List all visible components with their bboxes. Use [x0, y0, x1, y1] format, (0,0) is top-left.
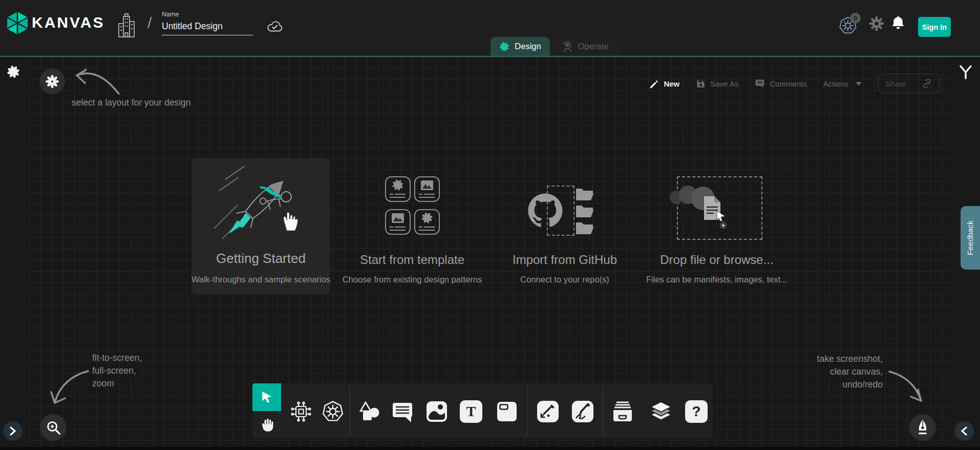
zoom-button[interactable] — [40, 414, 67, 441]
meshery-spiral-icon[interactable] — [7, 65, 20, 78]
bottom-edge — [0, 447, 980, 450]
chevron-right-icon — [9, 426, 17, 436]
screenshot-pen-button[interactable] — [909, 414, 936, 441]
note-tool-button[interactable] — [496, 400, 518, 423]
layout-hint-text: select a layout for your design — [72, 96, 191, 109]
design-actions-toolbar: New Save As Comments Actions Share — [649, 74, 940, 93]
image-icon — [426, 401, 448, 422]
design-name-input[interactable] — [162, 21, 253, 35]
template-subtitle: Choose from existing design patterns — [339, 275, 485, 284]
collapse-right-panel-button[interactable] — [954, 421, 974, 441]
shapes-icon — [359, 401, 380, 422]
layout-flower-icon — [45, 74, 59, 89]
kubernetes-wheel-icon — [322, 401, 344, 422]
tab-design[interactable]: Design — [491, 37, 550, 56]
save-as-label: Save As — [710, 79, 738, 88]
template-image-icon — [421, 180, 433, 190]
zoom-hint-text: fit-to-screen, full-screen, zoom — [92, 352, 142, 390]
y-logo-icon[interactable] — [958, 65, 973, 80]
repo-folder-icon — [576, 204, 594, 217]
template-spiral-icon — [421, 212, 433, 223]
pan-hand-icon — [259, 417, 274, 433]
comment-bubble-icon — [392, 400, 413, 423]
pan-tool-button[interactable] — [252, 411, 281, 438]
repo-folder-icon — [576, 221, 594, 234]
notifications-bell-icon[interactable] — [891, 15, 905, 31]
new-label: New — [664, 79, 679, 88]
freehand-draw-tool-button[interactable] — [571, 400, 594, 423]
feedback-tab[interactable]: Feedback — [961, 206, 980, 270]
tab-operate-label: Operate — [578, 42, 609, 51]
design-tab-spiral-icon — [499, 42, 509, 52]
share-label: Share — [886, 79, 906, 88]
tab-operate[interactable]: Operate — [550, 37, 620, 56]
components-tool-button[interactable] — [290, 400, 312, 423]
dock-divider — [603, 385, 603, 436]
text-tool-glyph: T — [460, 400, 482, 423]
new-design-button[interactable]: New — [649, 79, 679, 89]
freehand-pencil-icon — [571, 400, 594, 423]
github-import-option[interactable] — [522, 179, 604, 241]
layers-button[interactable] — [650, 400, 672, 423]
kubernetes-context-count-badge: 0 — [850, 13, 861, 24]
template-title: Start from template — [340, 253, 484, 267]
cloud-sync-status-icon — [265, 19, 285, 33]
add-file-plus-badge: + — [718, 220, 728, 230]
operate-tab-headset-icon — [562, 41, 573, 52]
select-tool-button[interactable] — [252, 383, 281, 411]
drop-file-subtitle: Files can be manifests, images, text... — [645, 275, 789, 284]
actions-label: Actions — [823, 79, 848, 88]
chevron-left-icon — [960, 426, 968, 436]
tool-dock: T — [252, 383, 713, 438]
share-button[interactable]: Share — [878, 74, 940, 93]
app-header: KANVAS / Name 0 — [0, 0, 980, 57]
feedback-label: Feedback — [966, 220, 975, 255]
comment-tool-button[interactable] — [391, 400, 414, 423]
save-as-button[interactable]: Save As — [696, 79, 738, 89]
actions-dropdown[interactable]: Actions — [823, 79, 862, 88]
components-chip-icon — [291, 401, 311, 422]
image-tool-button[interactable] — [425, 400, 448, 423]
template-spiral-icon — [392, 179, 403, 191]
help-button[interactable]: ? — [685, 400, 708, 423]
comments-label: Comments — [770, 79, 807, 88]
getting-started-subtitle: Walk-throughs and sample scenarios — [188, 275, 333, 284]
layout-selector-button[interactable] — [39, 69, 65, 94]
edge-pen-tool-button[interactable] — [537, 400, 559, 423]
organization-building-icon[interactable] — [117, 13, 136, 38]
dock-divider — [350, 385, 350, 436]
text-tool-button[interactable]: T — [460, 400, 482, 423]
tab-design-label: Design — [515, 42, 541, 51]
template-image-icon — [392, 213, 404, 223]
sign-in-button[interactable]: Sign In — [918, 17, 951, 37]
magnifier-plus-icon — [45, 419, 62, 436]
new-pencil-icon — [649, 79, 659, 89]
expand-left-panel-button[interactable] — [3, 421, 23, 441]
template-thumb-design — [414, 209, 440, 235]
github-title: Import from GitHub — [512, 253, 617, 267]
pen-nib-icon — [914, 419, 931, 436]
getting-started-card[interactable] — [191, 158, 330, 294]
dock-divider — [527, 385, 528, 436]
comments-button[interactable]: Comments — [755, 78, 807, 89]
drop-file-option[interactable]: + — [661, 174, 773, 243]
github-octocat-icon — [527, 193, 563, 229]
drawer-archive-icon — [611, 401, 634, 422]
getting-started-title: Getting Started — [191, 251, 330, 267]
layers-icon — [650, 400, 672, 423]
brand-name: KANVAS — [32, 14, 104, 31]
kanvas-app: KANVAS / Name 0 — [0, 0, 980, 450]
kubernetes-tool-button[interactable] — [322, 400, 344, 423]
template-option[interactable] — [379, 172, 445, 239]
note-icon — [497, 401, 517, 422]
settings-gear-icon[interactable] — [869, 16, 884, 31]
github-subtitle: Connect to your repo(s) — [512, 275, 617, 284]
screenshot-hint-text: take screenshot, clear canvas, undo/redo — [760, 353, 883, 391]
save-floppy-icon — [696, 79, 706, 89]
drop-file-title: Drop file or browse... — [649, 253, 784, 267]
select-cursor-icon — [260, 390, 273, 404]
import-drawer-button[interactable] — [611, 400, 634, 423]
shapes-tool-button[interactable] — [358, 400, 381, 423]
kanvas-logo-icon — [6, 11, 29, 35]
edge-pen-icon — [537, 400, 559, 423]
